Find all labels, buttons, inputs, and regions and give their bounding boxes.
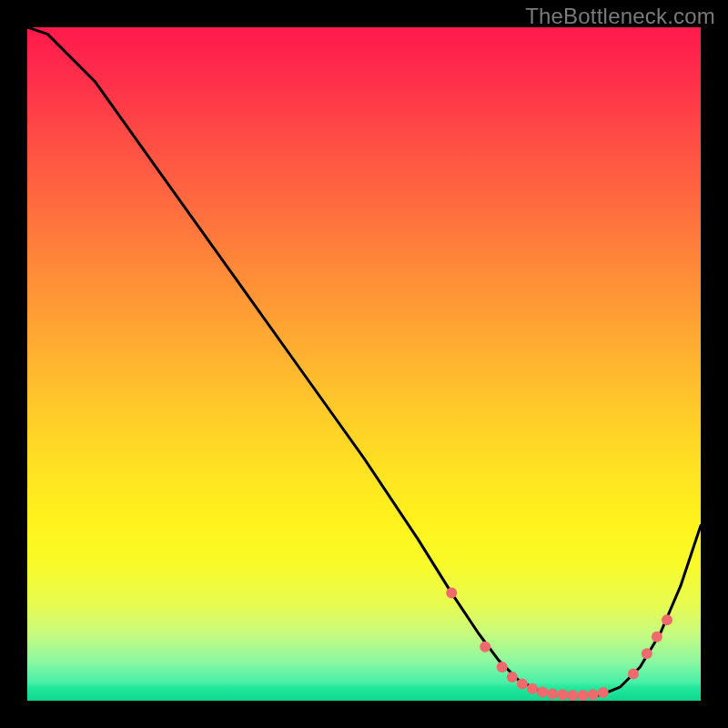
chart-frame: TheBottleneck.com — [0, 0, 728, 728]
bottleneck-curve — [27, 27, 701, 696]
highlight-point — [628, 668, 639, 679]
highlight-point — [507, 672, 518, 682]
highlight-point — [527, 683, 538, 694]
plot-area — [27, 27, 701, 701]
highlight-point — [547, 689, 558, 700]
highlight-point — [578, 690, 589, 701]
highlight-point — [567, 690, 578, 701]
highlight-point — [588, 689, 599, 700]
highlight-point — [517, 679, 528, 690]
highlight-point — [497, 662, 508, 672]
highlight-point — [446, 588, 457, 599]
curve-layer — [27, 27, 701, 701]
highlight-point — [598, 687, 609, 698]
highlight-point — [652, 632, 662, 642]
highlight-point — [480, 642, 490, 652]
highlight-point — [537, 686, 548, 697]
highlight-points — [446, 588, 672, 701]
highlight-point — [557, 689, 568, 700]
watermark-label: TheBottleneck.com — [525, 4, 715, 29]
highlight-point — [662, 614, 672, 625]
highlight-point — [642, 648, 652, 659]
